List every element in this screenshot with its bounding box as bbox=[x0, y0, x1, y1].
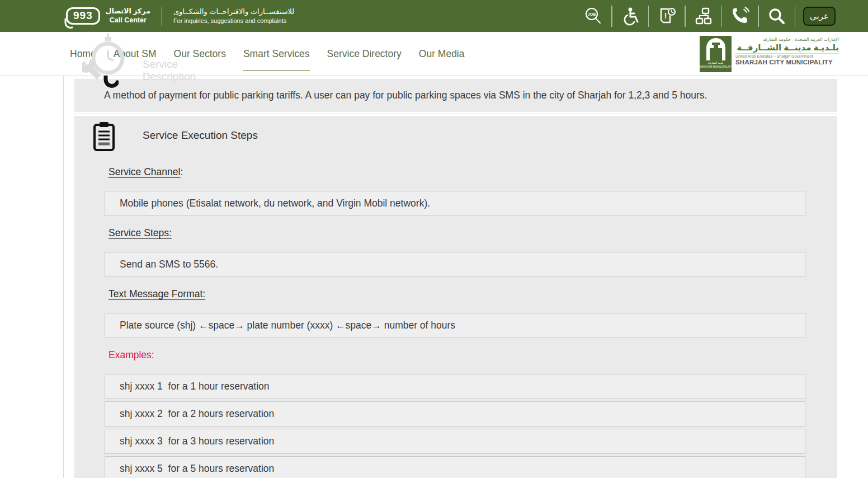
call-center-name-en: Call Center bbox=[106, 16, 150, 25]
top-bar: 993 مركز الاتصال Call Center للاستفســار… bbox=[0, 0, 868, 32]
call-center-name-ar: مركز الاتصال bbox=[106, 7, 150, 16]
job-search-icon[interactable]: JOB bbox=[583, 6, 603, 26]
emblem-caption-ar: بلدية الشارقة bbox=[700, 61, 732, 65]
stopwatch-wrench-watermark-icon bbox=[82, 34, 127, 83]
content-left-border bbox=[63, 76, 64, 478]
call-center-name: مركز الاتصال Call Center bbox=[106, 7, 150, 25]
call-center-logo: 993 مركز الاتصال Call Center للاستفســار… bbox=[66, 7, 294, 26]
info-box: shj xxxx 1 for a 1 hour reservation bbox=[105, 374, 805, 399]
info-box: shj xxxx 3 for a 3 hours reservation bbox=[105, 429, 805, 454]
headset-icon bbox=[64, 18, 76, 30]
topbar-actions: JOB ! bbox=[583, 0, 836, 32]
nav-item-our-media[interactable]: Our Media bbox=[419, 48, 465, 60]
nav-item-service-directory[interactable]: Service Directory bbox=[327, 48, 402, 60]
group-label: Text Message Format: bbox=[108, 288, 805, 300]
main-nav: HomeAbout SMOur SectorsSmart ServicesSer… bbox=[70, 32, 465, 76]
info-box: shj xxxx 5 for a 5 hours reservation bbox=[105, 456, 805, 478]
call-center-number: 993 bbox=[73, 10, 93, 21]
municipality-emblem: بلدية الشارقة SHARJAH MUNICIPALITY bbox=[700, 36, 732, 72]
site-header: HomeAbout SMOur SectorsSmart ServicesSer… bbox=[0, 32, 868, 76]
municipality-wordmark: الإمارات العربية المتحدة - حكومة الشارقة… bbox=[735, 36, 839, 72]
group-label: Service Channel: bbox=[108, 166, 805, 178]
working-hours-icon[interactable]: ! bbox=[657, 6, 677, 26]
language-toggle-button[interactable]: عربى bbox=[803, 7, 836, 26]
service-execution-section: Service Execution Steps Service Channel:… bbox=[74, 116, 837, 478]
topbar-divider bbox=[795, 6, 796, 27]
call-center-tagline: للاستفســارات والاقتراحــات والشكــاوى F… bbox=[173, 7, 294, 25]
group-label: Service Steps: bbox=[108, 227, 805, 239]
service-description-section: A method of payment for public parking t… bbox=[74, 79, 837, 112]
brand-arabic-line1: الإمارات العربية المتحدة - حكومة الشارقة bbox=[735, 37, 839, 42]
watermark-title: Service Description bbox=[143, 58, 196, 83]
call-center-divider bbox=[162, 7, 162, 26]
info-box: Mobile phones (Etisalat network, du netw… bbox=[105, 191, 805, 216]
municipality-logo[interactable]: بلدية الشارقة SHARJAH MUNICIPALITY الإما… bbox=[700, 36, 839, 72]
sitemap-icon[interactable] bbox=[694, 6, 714, 26]
topbar-divider bbox=[611, 6, 612, 27]
info-box: shj xxxx 2 for a 2 hours reservation bbox=[105, 401, 805, 427]
topbar-divider bbox=[648, 6, 649, 27]
section-divider bbox=[74, 114, 837, 114]
accessibility-icon[interactable] bbox=[620, 6, 640, 26]
topbar-divider bbox=[758, 6, 759, 27]
clipboard-icon bbox=[93, 121, 115, 152]
tagline-english: For inquiries, suggestions and complaint… bbox=[173, 17, 294, 25]
emblem-caption-en: SHARJAH MUNICIPALITY bbox=[700, 65, 732, 69]
nav-item-smart-services[interactable]: Smart Services bbox=[243, 48, 310, 60]
emblem-arch bbox=[706, 38, 725, 60]
tagline-arabic: للاستفســارات والاقتراحــات والشكــاوى bbox=[173, 7, 294, 17]
topbar-divider bbox=[721, 6, 723, 27]
group-label: Examples: bbox=[108, 349, 805, 361]
svg-text:JOB: JOB bbox=[588, 12, 596, 16]
service-description-text: A method of payment for public parking t… bbox=[104, 90, 707, 101]
brand-english-line1: United Arab Emirates – Sharjah Governmen… bbox=[735, 53, 839, 58]
contact-phone-icon[interactable] bbox=[730, 6, 750, 26]
svg-text:!: ! bbox=[664, 11, 667, 20]
info-box: Send an SMS to 5566. bbox=[105, 252, 805, 277]
brand-english-line2: SHARJAH CITY MUNICIPALITY bbox=[735, 59, 839, 65]
section-title: Service Execution Steps bbox=[143, 129, 258, 142]
brand-arabic-line2: بلـديـة مدينــة الشــارقــة bbox=[735, 43, 839, 53]
search-icon[interactable] bbox=[767, 6, 787, 26]
execution-groups: Service Channel:Mobile phones (Etisalat … bbox=[105, 163, 805, 478]
call-center-number-badge: 993 bbox=[66, 7, 100, 25]
info-box: Plate source (shj) ←space→ plate number … bbox=[105, 313, 805, 338]
topbar-divider bbox=[685, 6, 686, 27]
